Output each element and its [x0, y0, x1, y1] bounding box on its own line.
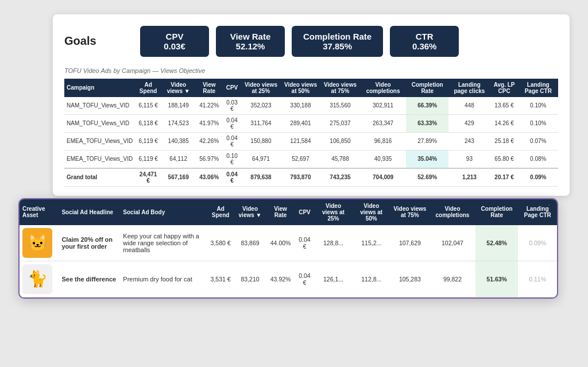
more-icon[interactable]: ⋮ — [544, 203, 554, 214]
upper-table-cell: 40,935 — [360, 150, 406, 168]
lp-ctr-cell: 0.09% — [518, 225, 557, 261]
col-ad-spend: Ad Spend — [135, 79, 161, 97]
headline-cell: See the difference — [59, 261, 120, 297]
upper-table-cell: 0.08% — [519, 150, 558, 168]
col-creative-asset: Creative Asset — [20, 199, 59, 225]
completion-rate-label: Completion Rate — [303, 32, 372, 41]
upper-table-cell: 150,880 — [241, 132, 281, 150]
upper-table-cell: 52.69% — [406, 168, 448, 187]
upper-table-cell: 6,118 € — [135, 114, 161, 132]
view-rate-value: 52.12% — [227, 41, 273, 51]
lower-table-cell: 83,210 — [234, 261, 266, 297]
upper-table-cell: 56.97% — [195, 150, 223, 168]
lower-table-row: 🐱Claim 20% off on your first orderKeep y… — [20, 225, 557, 261]
upper-table-cell: 41.22% — [195, 97, 223, 115]
upper-table-cell: 6,115 € — [135, 97, 161, 115]
table-subtitle: TOFU Video Ads by Campaign — Views Objec… — [64, 67, 558, 74]
upper-table-cell: 27.89% — [406, 132, 448, 150]
upper-table-cell: NAM_TOFU_Views_VID — [64, 114, 135, 132]
upper-table-cell: 879,638 — [241, 168, 281, 187]
upper-table-cell: 24,471 € — [135, 168, 161, 187]
upper-table-cell: 0.10 € — [223, 150, 241, 168]
asset-image: 🐱 — [22, 228, 52, 258]
upper-table-cell: 42.26% — [195, 132, 223, 150]
upper-table-cell: 106,850 — [320, 132, 360, 150]
upper-table-cell: 704,009 — [360, 168, 406, 187]
view-rate-label: View Rate — [227, 32, 273, 41]
upper-table-cell: 93 — [448, 150, 490, 168]
col-social-body: Social Ad Body — [120, 199, 207, 225]
upper-table-cell: 174,523 — [161, 114, 195, 132]
upper-table-cell: 0.10% — [519, 97, 558, 115]
upper-table-cell: 0.04 € — [223, 168, 241, 187]
completion-rate-value: 37.85% — [303, 41, 372, 51]
upper-table-cell: 25.18 € — [490, 132, 519, 150]
col-social-headline: Social Ad Headline — [59, 199, 120, 225]
lower-table-cell: 83,869 — [234, 225, 266, 261]
col-ad-spend-lower: Ad Spend — [207, 199, 234, 225]
view-rate-metric: View Rate 52.12% — [216, 26, 285, 57]
upper-table-row: EMEA_TOFU_Views_VID6,119 €64,11256.97%0.… — [64, 150, 558, 168]
col-video-views: Video views ▼ — [161, 79, 195, 97]
col-completions: Video completions — [360, 79, 406, 97]
upper-table-cell: 1,213 — [448, 168, 490, 187]
lower-table-cell: 3,531 € — [207, 261, 234, 297]
lower-table-cell: 115,2... — [353, 225, 390, 261]
upper-table-cell: 275,037 — [320, 114, 360, 132]
upper-table-row: NAM_TOFU_Views_VID6,115 €188,14941.22%0.… — [64, 97, 558, 115]
body-cell: Keep your cat happy with a wide range se… — [120, 225, 207, 261]
upper-table-cell: 0.07% — [519, 132, 558, 150]
upper-table-cell: 0.04 € — [223, 114, 241, 132]
upper-table-cell: 188,149 — [161, 97, 195, 115]
upper-table-cell: 352,023 — [241, 97, 281, 115]
lower-table-cell: 0.04 € — [295, 261, 315, 297]
col-views-25: Video views at 25% — [241, 79, 281, 97]
col-cpv: CPV — [223, 79, 241, 97]
lower-table-cell: 3,580 € — [207, 225, 234, 261]
upper-table-cell: 6,119 € — [135, 132, 161, 150]
upper-table-row: NAM_TOFU_Views_VID6,118 €174,52341.97%0.… — [64, 114, 558, 132]
col-views-50: Video views at 50% — [281, 79, 320, 97]
col-lp-clicks: Landing page clicks — [448, 79, 490, 97]
upper-table-cell: 96,816 — [360, 132, 406, 150]
upper-table-cell: 567,169 — [161, 168, 195, 187]
upper-table-cell: 429 — [448, 114, 490, 132]
col-view-rate: View Rate — [195, 79, 223, 97]
col-completion-rate-lower: Completion Rate — [475, 199, 518, 225]
lower-table-cell: 0.04 € — [295, 225, 315, 261]
upper-table-cell: 64,112 — [161, 150, 195, 168]
goals-title: Goals — [64, 34, 133, 48]
upper-table-cell: 20.17 € — [490, 168, 519, 187]
cpv-metric: CPV 0.03€ — [140, 26, 209, 57]
upper-table-cell: 45,788 — [320, 150, 360, 168]
upper-table-cell: Grand total — [64, 168, 135, 187]
creative-asset-cell: 🐈 — [20, 261, 59, 297]
goals-header: Goals CPV 0.03€ View Rate 52.12% Complet… — [64, 26, 558, 57]
upper-table-cell: 289,401 — [281, 114, 320, 132]
col-video-views-lower: Video views ▼ — [234, 199, 266, 225]
col-views-25-lower: Video views at 25% — [314, 199, 352, 225]
upper-table-cell: 121,584 — [281, 132, 320, 150]
upper-table-cell: 43.06% — [195, 168, 223, 187]
lower-table-cell: 102,047 — [430, 225, 475, 261]
upper-table-cell: 0.04 € — [223, 132, 241, 150]
lower-table-cell: 44.00% — [266, 225, 295, 261]
completion-rate-cell: 52.48% — [475, 225, 518, 261]
upper-table-cell: 52,697 — [281, 150, 320, 168]
col-completions-lower: Video completions — [430, 199, 475, 225]
col-cpv-lower: CPV — [295, 199, 315, 225]
lower-table-cell: 112,8... — [353, 261, 390, 297]
upper-table-cell: 448 — [448, 97, 490, 115]
upper-table-cell: 0.09% — [519, 168, 558, 187]
lower-table-cell: 126,1... — [314, 261, 352, 297]
col-views-75: Video views at 75% — [320, 79, 360, 97]
upper-table-cell: 311,764 — [241, 114, 281, 132]
upper-table: Campaign Ad Spend Video views ▼ View Rat… — [64, 79, 558, 187]
upper-table-row: EMEA_TOFU_Views_VID6,119 €140,38542.26%0… — [64, 132, 558, 150]
upper-table-cell: NAM_TOFU_Views_VID — [64, 97, 135, 115]
upper-table-cell: 140,385 — [161, 132, 195, 150]
upper-table-cell: 0.03 € — [223, 97, 241, 115]
upper-table-cell: 65.80 € — [490, 150, 519, 168]
asset-image: 🐈 — [22, 264, 52, 294]
col-completion-rate: Completion Rate — [406, 79, 448, 97]
